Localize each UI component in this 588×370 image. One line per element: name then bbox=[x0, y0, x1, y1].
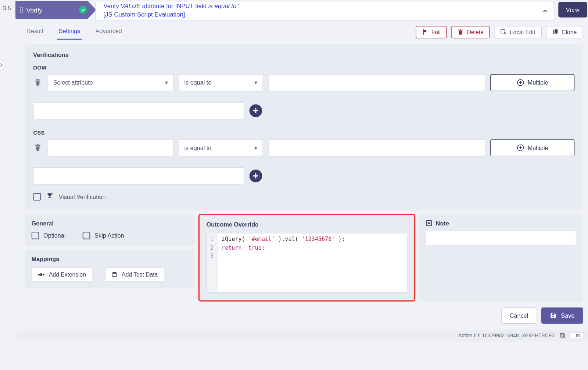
visual-verification-checkbox[interactable] bbox=[33, 193, 41, 200]
plus-circle-icon bbox=[517, 79, 524, 86]
fail-button[interactable]: Fail bbox=[416, 26, 447, 38]
note-icon bbox=[426, 220, 433, 227]
outcome-override-title: Outcome Override bbox=[207, 221, 408, 228]
code-editor[interactable]: 123 zQuery( '#email' ).val( '12345678' )… bbox=[207, 233, 408, 293]
copy-icon[interactable] bbox=[560, 333, 566, 339]
action-type-label: Verify bbox=[26, 6, 42, 14]
trash-icon bbox=[35, 144, 42, 152]
dom-value-input[interactable] bbox=[268, 74, 485, 91]
css-label: CSS bbox=[33, 129, 574, 136]
plus-icon bbox=[253, 108, 259, 114]
css-multiple-button[interactable]: Multiple bbox=[490, 139, 574, 156]
dom-attribute-select[interactable]: Select attribute ▾ bbox=[48, 74, 174, 91]
svg-rect-9 bbox=[426, 221, 431, 226]
outcome-override-card: Outcome Override 123 zQuery( '#email' ).… bbox=[198, 214, 416, 302]
action-id-label: Action ID: 1632993216948_XE9YHTECF3 bbox=[458, 333, 555, 339]
css-property-input[interactable] bbox=[48, 139, 174, 156]
code-gutter: 123 bbox=[207, 234, 218, 292]
chevron-down-icon: ▾ bbox=[254, 145, 257, 152]
local-edit-button[interactable]: Local Edit bbox=[494, 26, 542, 38]
dom-add-button[interactable] bbox=[250, 104, 262, 117]
css-delete-button[interactable] bbox=[33, 144, 42, 152]
clone-icon bbox=[552, 29, 558, 35]
clone-button[interactable]: Clone bbox=[546, 26, 583, 38]
left-drawer-handle[interactable] bbox=[0, 60, 3, 71]
verifications-panel: Verifications DOM Select attribute ▾ is … bbox=[25, 44, 583, 210]
action-title: Verify VALUE attribute for INPUT field i… bbox=[95, 1, 554, 21]
save-button[interactable]: Save bbox=[541, 307, 583, 324]
tab-result[interactable]: Result bbox=[25, 24, 45, 40]
note-textarea[interactable] bbox=[426, 231, 576, 245]
extension-icon bbox=[38, 272, 45, 277]
plus-icon bbox=[253, 173, 259, 179]
svg-rect-6 bbox=[43, 274, 44, 275]
dom-delete-button[interactable] bbox=[33, 79, 42, 86]
visual-verification-label: Visual Verification bbox=[59, 193, 106, 200]
css-value-input[interactable] bbox=[268, 139, 485, 156]
drag-handle-icon[interactable] bbox=[19, 7, 23, 13]
trash-icon bbox=[35, 79, 42, 86]
dom-operator-select[interactable]: is equal to ▾ bbox=[179, 74, 263, 91]
add-test-data-button[interactable]: Add Test Data bbox=[105, 267, 164, 281]
verifications-title: Verifications bbox=[33, 51, 574, 58]
css-add-button[interactable] bbox=[250, 170, 262, 182]
tab-settings[interactable]: Settings bbox=[57, 24, 82, 40]
plus-circle-icon bbox=[517, 144, 524, 152]
mappings-title: Mappings bbox=[32, 256, 188, 263]
cancel-button[interactable]: Cancel bbox=[502, 307, 536, 324]
chevron-down-icon: ▾ bbox=[254, 79, 257, 86]
action-type-chip[interactable]: Verify bbox=[15, 1, 96, 19]
step-number: 3.5 bbox=[1, 1, 15, 21]
add-extension-button[interactable]: Add Extension bbox=[32, 267, 93, 281]
svg-rect-5 bbox=[38, 274, 40, 275]
js-badge: JS bbox=[571, 332, 584, 339]
trash-icon bbox=[458, 29, 463, 35]
css-operator-select[interactable]: is equal to ▾ bbox=[179, 139, 263, 156]
dom-label: DOM bbox=[33, 64, 574, 71]
svg-rect-2 bbox=[555, 29, 557, 33]
code-content[interactable]: zQuery( '#email' ).val( '12345678' );ret… bbox=[218, 234, 349, 292]
delete-button[interactable]: Delete bbox=[451, 26, 490, 38]
trophy-icon bbox=[46, 192, 54, 201]
general-card: General Optional Skip Action bbox=[25, 214, 195, 246]
general-title: General bbox=[32, 220, 188, 227]
note-card: Note bbox=[419, 214, 583, 302]
view-button[interactable]: View bbox=[558, 2, 587, 18]
collapse-caret-icon[interactable] bbox=[541, 7, 549, 15]
optional-label: Optional bbox=[43, 232, 65, 239]
local-edit-icon bbox=[501, 29, 506, 35]
dom-multiple-button[interactable]: Multiple bbox=[490, 74, 574, 91]
svg-point-8 bbox=[112, 272, 116, 273]
optional-checkbox[interactable] bbox=[32, 232, 39, 239]
note-title: Note bbox=[436, 220, 449, 227]
status-bar: Action ID: 1632993216948_XE9YHTECF3 JS bbox=[17, 330, 588, 341]
css-extra-input[interactable] bbox=[33, 167, 244, 184]
mappings-card: Mappings Add Extension Add Test Data bbox=[25, 250, 195, 288]
database-icon bbox=[111, 271, 117, 277]
flag-icon bbox=[422, 29, 428, 35]
svg-rect-7 bbox=[40, 273, 43, 276]
dom-extra-input[interactable] bbox=[33, 102, 244, 119]
status-check-icon bbox=[79, 6, 87, 14]
skip-action-label: Skip Action bbox=[94, 232, 124, 239]
chevron-down-icon: ▾ bbox=[165, 79, 168, 86]
tab-advanced[interactable]: Advanced bbox=[94, 24, 123, 40]
save-icon bbox=[550, 312, 557, 319]
skip-action-checkbox[interactable] bbox=[83, 232, 90, 239]
